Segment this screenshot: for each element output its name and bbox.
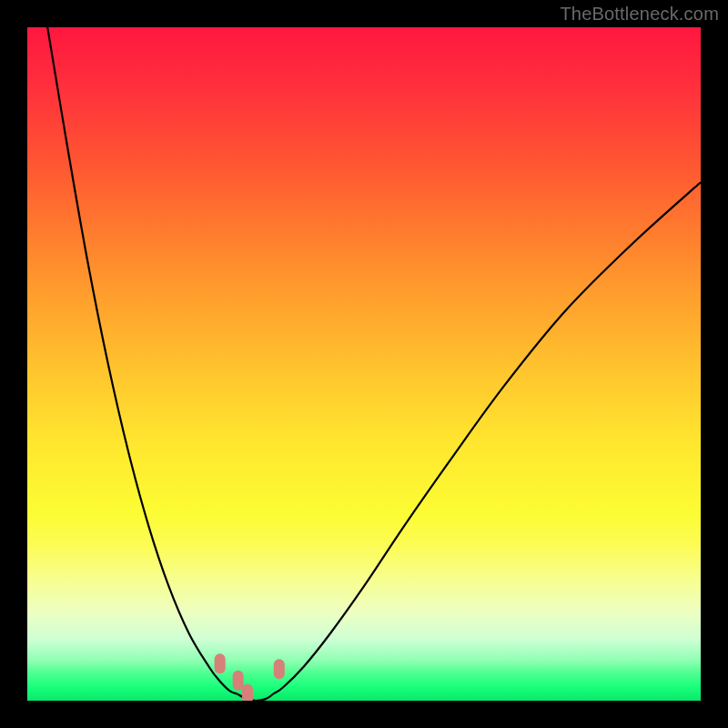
curve-left-branch (47, 27, 238, 694)
plot-area (27, 27, 701, 701)
marker-valley-left (242, 684, 253, 701)
chart-svg (27, 27, 701, 701)
curve-right-branch (273, 182, 701, 693)
chart-frame: TheBottleneck.com (0, 0, 728, 728)
marker-right-lower (274, 659, 285, 679)
marker-left-lower (233, 671, 244, 691)
watermark-text: TheBottleneck.com (560, 4, 719, 25)
marker-left-upper (215, 653, 226, 673)
